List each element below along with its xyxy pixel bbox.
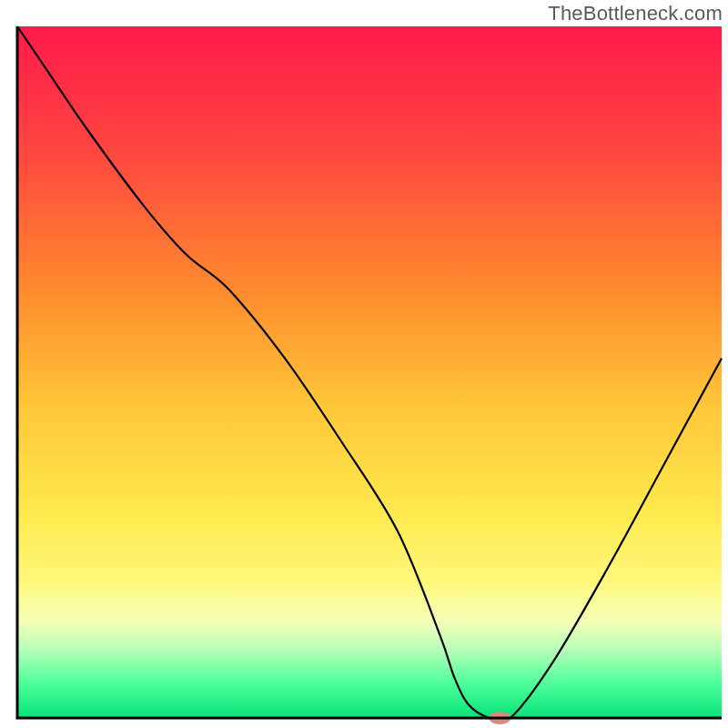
bottleneck-chart — [0, 0, 728, 728]
chart-background — [17, 26, 722, 718]
watermark-text: TheBottleneck.com — [548, 2, 723, 25]
chart-container: { "watermark": "TheBottleneck.com", "cha… — [0, 0, 728, 728]
